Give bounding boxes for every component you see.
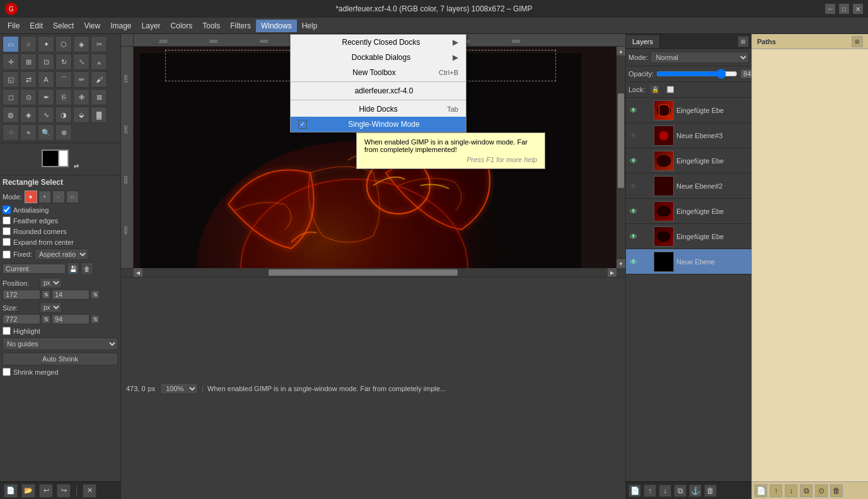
position-x-input[interactable] xyxy=(3,290,40,300)
vertical-scrollbar[interactable]: ▲ ▼ xyxy=(616,47,625,268)
tool-ink[interactable]: ✒ xyxy=(38,89,54,105)
duplicate-layer-button[interactable]: ⧉ xyxy=(674,484,686,497)
menu-help[interactable]: Help xyxy=(297,20,323,32)
mode-replace[interactable]: ■ xyxy=(25,191,37,203)
duplicate-path-button[interactable]: ⧉ xyxy=(800,484,813,497)
position-y-spinner[interactable]: ⇅ xyxy=(91,290,100,299)
menu-colors[interactable]: Colors xyxy=(166,20,198,32)
tool-flip[interactable]: ⇄ xyxy=(20,71,37,88)
layer-item[interactable]: 👁 Eingefügte Ebe xyxy=(626,148,751,173)
lock-pixels-button[interactable]: 🔒 xyxy=(650,85,660,95)
menu-recently-closed-docks[interactable]: Recently Closed Docks ▶ xyxy=(291,35,466,50)
maximize-button[interactable]: □ xyxy=(839,4,849,14)
menu-view[interactable]: View xyxy=(79,20,105,32)
lock-alpha-button[interactable]: ⬜ xyxy=(665,85,675,95)
antialiasing-checkbox[interactable] xyxy=(3,206,11,214)
tool-crop[interactable]: ⊡ xyxy=(38,54,54,70)
position-x-spinner[interactable]: ⇅ xyxy=(42,290,50,299)
lower-path-button[interactable]: ↓ xyxy=(785,484,797,497)
tool-scissors[interactable]: ✂ xyxy=(91,36,107,52)
tool-perspective[interactable]: ◱ xyxy=(3,71,19,88)
hscroll-left-arrow[interactable]: ◀ xyxy=(134,268,142,277)
fixed-checkbox[interactable] xyxy=(3,250,11,259)
raise-path-button[interactable]: ↑ xyxy=(770,484,782,497)
tool-free-select[interactable]: ✦ xyxy=(38,36,54,52)
rounded-corners-checkbox[interactable] xyxy=(3,227,11,235)
menu-image[interactable]: Image xyxy=(105,20,136,32)
menu-edit[interactable]: Edit xyxy=(25,20,48,32)
new-layer-button[interactable]: 📄 xyxy=(628,484,641,497)
open-image-button[interactable]: 📂 xyxy=(21,484,35,498)
redo-button[interactable]: ↪ xyxy=(57,484,71,498)
size-w-input[interactable] xyxy=(3,314,40,324)
tool-paths[interactable]: ⌒ xyxy=(55,71,72,88)
tool-blur[interactable]: ◍ xyxy=(3,107,19,123)
tab-layers[interactable]: Layers xyxy=(626,35,660,48)
layer-visibility-toggle[interactable]: 👁 xyxy=(628,156,639,166)
path-to-selection-button[interactable]: ⊙ xyxy=(815,484,828,497)
shrink-merged-checkbox[interactable] xyxy=(3,368,11,376)
tool-ellipse-select[interactable]: ○ xyxy=(20,36,37,52)
tool-paintbrush[interactable]: 🖌 xyxy=(91,71,107,88)
undo-button[interactable]: ↩ xyxy=(39,484,53,498)
tool-shear[interactable]: ⟁ xyxy=(91,54,107,70)
layer-visibility-toggle[interactable]: 👁 xyxy=(628,257,639,267)
layer-item[interactable]: 👁 Eingefügte Ebe xyxy=(626,224,751,249)
size-h-input[interactable] xyxy=(52,314,90,324)
expand-from-center-checkbox[interactable] xyxy=(3,238,11,246)
layer-item[interactable]: 👁 Neue Ebene#3 xyxy=(626,123,751,148)
layer-item[interactable]: 👁 Neue Ebene xyxy=(626,249,751,274)
delete-path-button[interactable]: 🗑 xyxy=(830,484,843,497)
position-y-input[interactable] xyxy=(52,290,90,300)
layer-mode-select[interactable]: Normal xyxy=(651,52,749,63)
tool-color-picker[interactable]: ⁘ xyxy=(3,124,19,141)
menu-single-window-mode[interactable]: ✓ Single-Window Mode xyxy=(291,117,466,132)
fixed-select[interactable]: Aspect ratio xyxy=(35,249,88,260)
size-unit-select[interactable]: px xyxy=(40,302,62,313)
menu-file[interactable]: File xyxy=(3,20,25,32)
current-value-input[interactable] xyxy=(3,264,66,274)
hscroll-thumb[interactable] xyxy=(269,269,458,276)
menu-tools[interactable]: Tools xyxy=(197,20,225,32)
tool-text[interactable]: A xyxy=(38,71,54,88)
tool-blend[interactable]: ▓ xyxy=(91,107,107,123)
size-h-spinner[interactable]: ⇅ xyxy=(91,315,100,324)
lower-layer-button[interactable]: ↓ xyxy=(659,484,671,497)
vscroll-down-arrow[interactable]: ▼ xyxy=(616,259,625,268)
new-image-button[interactable]: 📄 xyxy=(4,484,18,498)
tool-pencil[interactable]: ✏ xyxy=(73,71,90,88)
layer-visibility-toggle[interactable]: 👁 xyxy=(628,131,639,141)
tool-perspective-clone[interactable]: ⊠ xyxy=(91,89,107,105)
layer-visibility-toggle[interactable]: 👁 xyxy=(628,181,639,191)
layer-visibility-toggle[interactable]: 👁 xyxy=(628,232,639,242)
layer-item[interactable]: 👁 Eingefügte Ebe xyxy=(626,98,751,123)
menu-dockable-dialogs[interactable]: Dockable Dialogs ▶ xyxy=(291,50,466,65)
tool-zoom[interactable]: 🔍 xyxy=(38,124,54,141)
highlight-checkbox[interactable] xyxy=(3,327,11,335)
menu-hide-docks[interactable]: Hide Docks Tab xyxy=(291,102,466,117)
mode-add[interactable]: + xyxy=(38,191,51,203)
paths-options-button[interactable]: ⊞ xyxy=(852,36,863,47)
menu-filters[interactable]: Filters xyxy=(225,20,256,32)
mode-intersect[interactable]: ∩ xyxy=(66,191,79,203)
menu-adlerfeuer[interactable]: adlerfeuer.xcf-4.0 xyxy=(291,83,466,98)
menu-layer[interactable]: Layer xyxy=(137,20,166,32)
vscroll-thumb[interactable] xyxy=(618,93,624,188)
layer-visibility-toggle[interactable]: 👁 xyxy=(628,206,639,216)
anchor-layer-button[interactable]: ⚓ xyxy=(689,484,702,497)
mode-subtract[interactable]: - xyxy=(52,191,65,203)
delete-layer-button[interactable]: 🗑 xyxy=(704,484,717,497)
feather-edges-checkbox[interactable] xyxy=(3,216,11,225)
horizontal-scrollbar[interactable]: ◀ ▶ xyxy=(134,268,616,277)
tool-align[interactable]: ⊞ xyxy=(20,54,37,70)
tool-scale[interactable]: ⤡ xyxy=(73,54,90,70)
menu-new-toolbox[interactable]: New Toolbox Ctrl+B xyxy=(291,65,466,80)
tool-heal[interactable]: ✙ xyxy=(73,89,90,105)
guides-select[interactable]: No guides xyxy=(3,338,118,350)
tool-rect-select[interactable]: ▭ xyxy=(3,36,19,52)
tool-dodge[interactable]: ◑ xyxy=(55,107,72,123)
tool-sharpen[interactable]: ◈ xyxy=(20,107,37,123)
layer-item[interactable]: 👁 Eingefügte Ebe xyxy=(626,199,751,224)
menu-select[interactable]: Select xyxy=(48,20,79,32)
current-save-button[interactable]: 💾 xyxy=(67,262,79,275)
